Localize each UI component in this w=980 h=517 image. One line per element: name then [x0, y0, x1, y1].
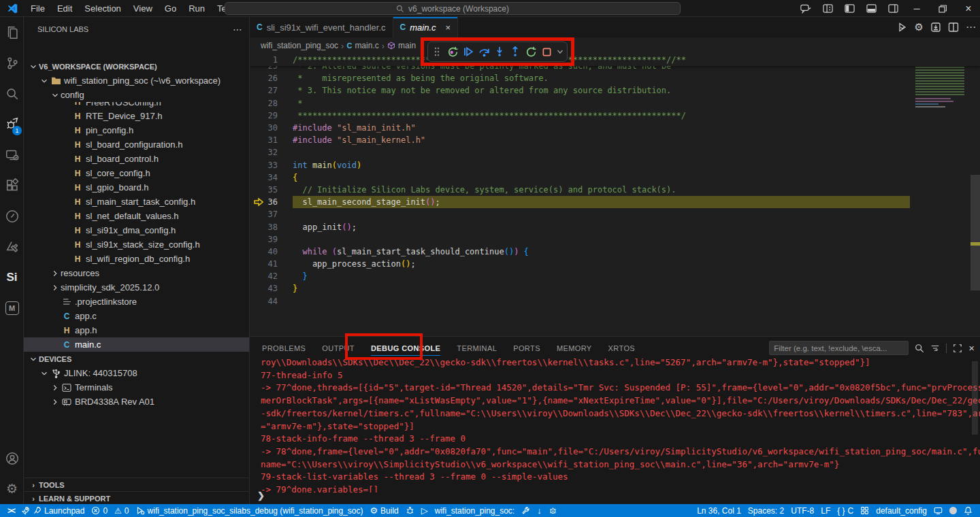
tree-item[interactable]: Hsl_si91x_stack_size_config.h	[24, 237, 250, 252]
tree-item[interactable]: Hsl_board_control.h	[24, 152, 250, 166]
find-icon[interactable]	[915, 344, 924, 353]
code-line-32[interactable]: 32	[250, 146, 980, 159]
extensions-icon[interactable]	[0, 170, 24, 201]
settings-gear-icon[interactable]: ⚙	[0, 473, 24, 504]
panel-scrollbar[interactable]	[972, 361, 978, 435]
code-line-40[interactable]: 40 while (sl_main_start_task_should_cont…	[250, 246, 980, 258]
source-control-icon[interactable]	[0, 48, 24, 78]
problems-indicator[interactable]: 0 ⚠ 0	[88, 504, 132, 517]
debug-config-selector[interactable]: wifi_station_ping_soc_silabs_debug (wifi…	[133, 504, 367, 517]
tab-main-c[interactable]: C main.c ×	[393, 17, 459, 37]
code-line-37[interactable]: 37	[250, 208, 980, 220]
code-line-29[interactable]: 29 *************************************…	[250, 110, 980, 122]
tree-item[interactable]: Hsl_net_default_values.h	[24, 209, 250, 223]
menu-file[interactable]: File	[24, 0, 51, 17]
tree-item[interactable]: JLINK: 440315708	[24, 366, 250, 380]
breadcrumb-symbol[interactable]: main	[398, 41, 416, 50]
explorer-icon[interactable]	[0, 17, 24, 48]
tree-item[interactable]: Hsl_board_configuration.h	[24, 137, 250, 152]
tree-item[interactable]: Hsl_si91x_dma_config.h	[24, 223, 250, 237]
step-out-button[interactable]	[508, 44, 522, 59]
menu-selection[interactable]: Selection	[78, 0, 127, 17]
code-editor[interactable]: 25 * 2. Altered source versions must be …	[250, 54, 980, 336]
tree-item[interactable]: DEVICES	[24, 352, 250, 366]
toggle-panel-icon[interactable]	[862, 0, 881, 17]
sidebar-more-icon[interactable]: ⋯	[233, 24, 242, 35]
more-actions-icon[interactable]: ⋯	[966, 21, 976, 33]
restore-button[interactable]	[931, 0, 954, 17]
run-profile-icon[interactable]	[0, 201, 24, 231]
code-line-28[interactable]: 28 *	[250, 97, 980, 110]
console-filter-input[interactable]: Filter (e.g. text, !exclude, \esca...	[769, 341, 909, 355]
code-line-26[interactable]: 26 * misrepresented as being the origina…	[250, 72, 980, 84]
indentation[interactable]: Spaces: 2	[745, 504, 787, 517]
tree-item[interactable]: Terminals	[24, 380, 250, 395]
tree-item[interactable]: .projectlinkstore	[24, 295, 250, 309]
eol-sequence[interactable]: LF	[817, 504, 834, 517]
wrench-button[interactable]	[518, 504, 534, 517]
mcu-extension-icon[interactable]: M	[0, 293, 24, 323]
tree-item[interactable]: Cmain.c	[24, 337, 250, 352]
run-debug-dropdown-icon[interactable]	[897, 22, 908, 33]
debug-settings-gear-icon[interactable]: ⚙	[915, 21, 924, 33]
code-line-30[interactable]: 30#include "sl_main_init.h"	[250, 122, 980, 134]
filter-lines-icon[interactable]	[930, 344, 940, 353]
run-and-debug-icon[interactable]: 1	[0, 109, 24, 139]
code-line-27[interactable]: 27 * 3. This notice may not be removed o…	[250, 84, 980, 97]
tree-item[interactable]: config	[24, 88, 250, 102]
tree-item[interactable]: resources	[24, 266, 250, 280]
tree-item[interactable]: Hsl_core_config.h	[24, 166, 250, 180]
tools-extension-icon[interactable]	[0, 231, 24, 262]
sidebar-section-tools[interactable]: ›TOOLS	[24, 478, 249, 491]
restart-button[interactable]	[524, 44, 538, 59]
launchpad-button[interactable]: Launchpad	[18, 504, 88, 517]
project-task-label[interactable]: wifi_station_ping_soc:	[431, 504, 518, 517]
code-line-39[interactable]: 39	[250, 233, 980, 246]
menu-go[interactable]: Go	[159, 0, 182, 17]
active-config[interactable]: default_config	[872, 504, 930, 517]
code-line-34[interactable]: 34{	[250, 171, 980, 184]
customize-layout-icon[interactable]	[818, 0, 837, 17]
breadcrumb-file[interactable]: main.c	[355, 41, 378, 50]
encoding[interactable]: UTF-8	[787, 504, 817, 517]
code-line-31[interactable]: 31#include "sl_main_kernel.h"	[250, 134, 980, 146]
more-debug-actions-icon[interactable]	[555, 44, 565, 59]
menu-edit[interactable]: Edit	[51, 0, 78, 17]
tree-item[interactable]: Hsl_main_start_task_config.h	[24, 195, 250, 209]
toggle-primary-sidebar-icon[interactable]	[840, 0, 859, 17]
extension-grid-icon[interactable]	[857, 504, 872, 517]
tree-item[interactable]: Capp.c	[24, 309, 250, 323]
tree-item[interactable]: V6_WORKSPACE (WORKSPACE)	[24, 59, 250, 73]
screen-cast-icon[interactable]	[930, 504, 946, 517]
tree-item[interactable]: HRTE_Device_917.h	[24, 109, 250, 123]
editor-scrollbar[interactable]	[970, 175, 980, 290]
menu-view[interactable]: View	[127, 0, 159, 17]
accounts-icon[interactable]	[0, 443, 24, 473]
tree-item[interactable]: Hsl_wifi_region_db_config.h	[24, 252, 250, 266]
silicon-labs-icon[interactable]: Si	[0, 262, 24, 293]
tree-item[interactable]: BRD4338A Rev A01	[24, 395, 250, 409]
step-over-button[interactable]	[477, 44, 491, 59]
search-icon[interactable]	[0, 78, 24, 109]
chat-icon[interactable]	[796, 0, 815, 17]
remote-indicator[interactable]: ><	[4, 504, 18, 517]
download-flash-button[interactable]: ↓	[534, 504, 545, 517]
build-button[interactable]: ⚙ Build	[366, 504, 402, 517]
close-panel-icon[interactable]: ×	[968, 342, 975, 354]
code-line-44[interactable]: 44	[250, 295, 980, 307]
sticky-code-line[interactable]: 1/**************************************…	[250, 54, 980, 66]
minimize-button[interactable]: ─	[905, 0, 928, 17]
cursor-position[interactable]: Ln 36, Col 1	[693, 504, 745, 517]
remote-explorer-icon[interactable]	[0, 139, 24, 170]
debug-bug-button[interactable]	[402, 504, 418, 517]
code-line-42[interactable]: 42 }	[250, 270, 980, 282]
deploy-icon[interactable]	[930, 22, 941, 33]
stop-button[interactable]	[540, 44, 553, 59]
code-line-43[interactable]: 43}	[250, 282, 980, 295]
tree-item[interactable]: HFreeRTOSConfig.h	[24, 102, 250, 109]
notifications-bell-icon[interactable]	[960, 504, 976, 517]
tree-item[interactable]: Hsl_gpio_board.h	[24, 180, 250, 195]
breadcrumb-project[interactable]: wifi_station_ping_soc	[261, 41, 338, 50]
debug-console-output[interactable]: roy\\Downloads\\SDKs\\Dec\\Dec_22\\gecko…	[261, 356, 980, 493]
tree-item[interactable]: Happ.h	[24, 323, 250, 337]
